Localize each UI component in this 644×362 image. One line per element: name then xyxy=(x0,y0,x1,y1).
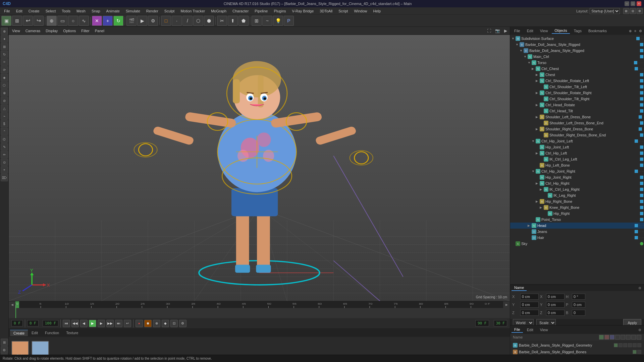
vp-icon-render[interactable]: ▶ xyxy=(503,28,508,33)
vp-options-menu[interactable]: Options xyxy=(62,28,77,34)
geo-tab-edit[interactable]: Edit xyxy=(524,327,536,333)
coord-y-input[interactable] xyxy=(520,302,539,308)
tree-ctrl-head-tilt[interactable]: N Ctrl_Head_Tilt xyxy=(510,108,644,114)
tree-ctrl-shoulder-tilt-left[interactable]: N Ctrl_Shoulder_Tilt_Left xyxy=(510,84,644,90)
menu-create[interactable]: Create xyxy=(26,8,42,14)
tree-ctrl-shoulder-rotate-right[interactable]: ▶ N Ctrl_Shoulder_Rotate_Right xyxy=(510,90,644,96)
vp-panel-menu[interactable]: Panel xyxy=(94,28,106,34)
coord-h-input[interactable] xyxy=(572,294,585,300)
end-frame-display[interactable]: 90 F xyxy=(475,320,489,326)
sidebar-icon19[interactable]: ⌖ xyxy=(1,166,8,174)
tree-hair[interactable]: O Hair ··· ··· xyxy=(510,235,644,241)
tb-undo[interactable]: ↩ xyxy=(23,16,33,26)
tb-knife[interactable]: ✂ xyxy=(217,16,227,26)
tree-shoulder-right-dress-bone[interactable]: ▶ B Shoulder_Right_Dress_Bone ·· xyxy=(510,126,644,132)
sidebar-icon16[interactable]: ✎ xyxy=(1,143,8,150)
vp-display-menu[interactable]: Display xyxy=(44,28,59,34)
tb-render-to-picture[interactable]: 🎬 xyxy=(126,16,137,26)
vp-icon-camera[interactable]: 📷 xyxy=(494,28,501,33)
current-time-display[interactable]: 0 F xyxy=(11,320,23,326)
tb-edges-mode[interactable]: / xyxy=(182,16,193,26)
sidebar-icon12[interactable]: ⌁ xyxy=(1,112,8,120)
menu-simulate[interactable]: Simulate xyxy=(123,8,143,14)
tree-knee-right-bone[interactable]: ▶ B Knee_Right_Bone xyxy=(510,204,644,210)
close-btn[interactable]: ✕ xyxy=(637,1,641,6)
maximize-btn[interactable]: □ xyxy=(631,1,635,6)
tb-new-cube[interactable]: □ xyxy=(161,16,171,26)
tree-ik-ctrl-leg-right[interactable]: ▶ N IK_Ctrl_Leg_Right xyxy=(510,186,644,192)
btn-go-end[interactable]: ⏭ xyxy=(115,320,122,327)
tree-hip-joint-left[interactable]: N Hip_Joint_Left xyxy=(510,144,644,150)
tree-barbie-1[interactable]: ▼ B Barbie_Doll_Jeans_Style_Rigged xyxy=(510,42,644,48)
sidebar-icon17[interactable]: ✏ xyxy=(1,151,8,158)
btn-go-start[interactable]: ⏮ xyxy=(63,320,70,327)
viewport[interactable]: Perspective xyxy=(9,35,510,301)
tree-head[interactable]: ▶ N Head ··· ··· xyxy=(510,223,644,229)
btn-auto-key[interactable]: ⏺ xyxy=(144,320,152,327)
attr-icon-settings[interactable]: ⚙ xyxy=(637,286,643,290)
coord-b-input[interactable] xyxy=(572,310,585,316)
coord-y-extra[interactable] xyxy=(546,302,565,308)
tree-ctrl-hip-left[interactable]: ▶ N Ctrl_Hip_Left xyxy=(510,150,644,156)
coord-x-input[interactable] xyxy=(520,294,539,300)
menu-character[interactable]: Character xyxy=(230,8,251,14)
tree-point-torso[interactable]: N Point_Torso xyxy=(510,217,644,223)
tb-script[interactable]: P xyxy=(284,16,294,26)
tree-hip-right-bone[interactable]: ▶ B Hip_Right_Bone xyxy=(510,198,644,204)
geo-tab-view[interactable]: View xyxy=(537,327,551,333)
sidebar-move[interactable]: ✦ xyxy=(1,35,8,43)
tb-volume-mode[interactable]: ⬢ xyxy=(204,16,214,26)
coord-z-input[interactable] xyxy=(520,310,539,316)
layout-btn1[interactable]: ⊞ xyxy=(623,8,629,14)
tree-ctrl-head-rotate[interactable]: ▶ N Ctrl_Head_Rotate xyxy=(510,102,644,108)
sidebar-icon6[interactable]: ⟳ xyxy=(1,66,8,73)
tb-extrude[interactable]: ⬆ xyxy=(228,16,238,26)
geo-item-geometry[interactable]: G Barbie_Doll_Jeans_Style_Rigged_Geometr… xyxy=(512,342,643,349)
menu-animate[interactable]: Animate xyxy=(104,8,122,14)
vp-view-menu[interactable]: View xyxy=(11,28,21,34)
sidebar-icon8[interactable]: ⬡ xyxy=(1,81,8,89)
sidebar-icon5[interactable]: ⌗ xyxy=(1,58,8,66)
tree-jeans[interactable]: O Jeans ··· ··· xyxy=(510,229,644,235)
obj-tab-file[interactable]: File xyxy=(512,28,523,34)
btn-record[interactable]: ● xyxy=(136,320,143,327)
coord-z-extra[interactable] xyxy=(546,310,565,316)
menu-window[interactable]: Window xyxy=(351,8,370,14)
geo-item-bones[interactable]: B Barbie_Doll_Jeans_Style_Rigged_Bones xyxy=(512,349,643,355)
sidebar-icon13[interactable]: $ xyxy=(1,120,8,127)
menu-mesh[interactable]: Mesh xyxy=(74,8,88,14)
layout-select[interactable]: Startup [User] xyxy=(590,8,620,14)
sidebar-icon9[interactable]: ⊕ xyxy=(1,89,8,97)
vp-icon-maximize[interactable]: ⛶ xyxy=(486,28,492,33)
tb-rect-select[interactable]: ▭ xyxy=(57,16,67,26)
menu-file[interactable]: File xyxy=(1,8,13,14)
tb-redo[interactable]: ↪ xyxy=(34,16,44,26)
tb-subdivide[interactable]: ⊞ xyxy=(252,16,262,26)
menu-sculpt[interactable]: Sculpt xyxy=(162,8,177,14)
layout-btn2[interactable]: ⊟ xyxy=(630,8,636,14)
tb-light[interactable]: 💡 xyxy=(273,16,283,26)
timeline-ruler[interactable]: ◀ 0 5 10 15 xyxy=(9,301,510,308)
tb-scale[interactable]: + xyxy=(103,16,113,26)
btn-key-type[interactable]: ◆ xyxy=(162,320,169,327)
tree-hip-right[interactable]: N Hip_Right xyxy=(510,210,644,217)
tb-smooth[interactable]: ~ xyxy=(262,16,272,26)
sidebar-icon11[interactable]: △ xyxy=(1,105,8,112)
tree-ik-ctrl-leg-left[interactable]: N IK_Ctrl_Leg_Left xyxy=(510,156,644,162)
tree-ctrl-chest[interactable]: ▶ N Ctrl_Chest ··· ··· xyxy=(510,66,644,72)
menu-script[interactable]: Script xyxy=(336,8,351,14)
tb-circle-select[interactable]: ○ xyxy=(68,16,78,26)
tb-mode-model[interactable]: ▣ xyxy=(1,16,11,26)
window-controls[interactable]: – □ ✕ xyxy=(625,1,641,6)
timeline-keyframe-bar[interactable] xyxy=(9,308,510,318)
sidebar-icon20[interactable]: ⌦ xyxy=(1,174,8,181)
maxkey-display[interactable]: 100 F xyxy=(43,320,58,326)
sidebar-grid[interactable]: ⊞ xyxy=(1,339,8,346)
tree-ik-leg-right[interactable]: N IK_Leg_Right xyxy=(510,192,644,198)
btn-prev-key[interactable]: ◀◀ xyxy=(71,320,79,327)
btn-prev-frame[interactable]: ◀ xyxy=(80,320,88,327)
vp-cameras-menu[interactable]: Cameras xyxy=(24,28,42,34)
sidebar-settings[interactable]: ⚙ xyxy=(1,346,8,354)
sidebar-icon10[interactable]: ⊘ xyxy=(1,97,8,104)
tb-render-view[interactable]: ▶ xyxy=(137,16,147,26)
